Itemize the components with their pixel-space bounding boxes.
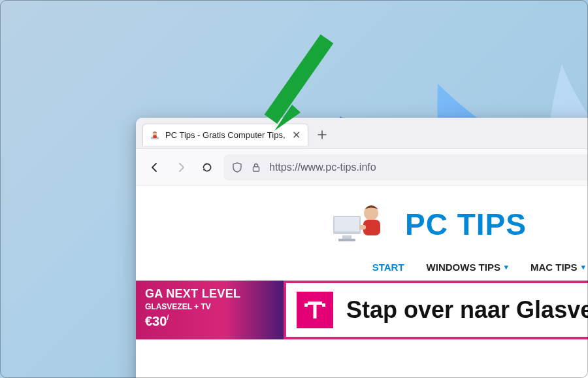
svg-rect-15 <box>304 303 308 307</box>
svg-rect-5 <box>253 167 259 171</box>
svg-rect-7 <box>335 217 359 232</box>
chevron-down-icon: ▾ <box>581 263 585 271</box>
nav-item-label: MAC TIPS <box>531 262 578 273</box>
reload-icon <box>201 162 213 173</box>
tab-title: PC Tips - Gratis Computer Tips, <box>165 130 286 140</box>
site-nav: START WINDOWS TIPS ▾ MAC TIPS ▾ OVERI <box>136 258 588 281</box>
browser-toolbar <box>136 149 588 186</box>
chevron-down-icon: ▾ <box>504 263 508 271</box>
site-logo-text: PC TIPS <box>405 207 527 242</box>
banner-left-line1: GA NEXT LEVEL <box>145 287 274 301</box>
page-content: PC TIPS START WINDOWS TIPS ▾ MAC TIPS ▾ … <box>136 186 588 378</box>
reload-button[interactable] <box>197 158 217 177</box>
banner-left-line2: GLASVEZEL + TV <box>145 302 274 311</box>
lock-icon[interactable] <box>251 162 261 173</box>
tab-close-icon[interactable]: ✕ <box>291 129 302 141</box>
plus-icon <box>317 129 327 140</box>
svg-rect-9 <box>338 239 355 241</box>
url-input[interactable] <box>269 162 588 173</box>
site-header: PC TIPS <box>136 186 588 258</box>
banner-right-headline: Stap over naar Glasve <box>346 296 588 324</box>
tab-strip: PC Tips - Gratis Computer Tips, ✕ <box>136 118 588 149</box>
svg-rect-4 <box>153 135 157 137</box>
site-logo-icon <box>333 203 385 246</box>
ad-banner-row: GA NEXT LEVEL GLASVEZEL + TV €30/ Stap o… <box>136 281 588 339</box>
ad-banner-left[interactable]: GA NEXT LEVEL GLASVEZEL + TV €30/ <box>136 281 284 339</box>
nav-item-label: WINDOWS TIPS <box>427 262 500 273</box>
forward-button[interactable] <box>171 158 191 177</box>
nav-item-start[interactable]: START <box>372 262 404 273</box>
nav-item-mac-tips[interactable]: MAC TIPS ▾ <box>531 262 585 273</box>
t-mobile-logo-icon <box>297 292 333 328</box>
banner-left-price: €30/ <box>145 314 274 329</box>
tab-favicon-icon <box>150 130 160 141</box>
back-button[interactable] <box>145 158 165 177</box>
arrow-left-icon <box>149 162 161 173</box>
svg-rect-14 <box>308 301 322 305</box>
shield-icon[interactable] <box>231 162 243 173</box>
browser-tab[interactable]: PC Tips - Gratis Computer Tips, ✕ <box>142 124 308 146</box>
ad-banner-right[interactable]: Stap over naar Glasve <box>284 281 588 339</box>
address-bar[interactable] <box>223 154 588 180</box>
svg-rect-16 <box>322 303 325 307</box>
nav-item-windows-tips[interactable]: WINDOWS TIPS ▾ <box>427 262 508 273</box>
arrow-right-icon <box>175 162 187 173</box>
svg-rect-8 <box>342 235 351 239</box>
nav-item-label: START <box>372 262 404 273</box>
browser-window: PC Tips - Gratis Computer Tips, ✕ <box>136 118 588 378</box>
new-tab-button[interactable] <box>312 125 332 145</box>
svg-rect-12 <box>359 225 366 230</box>
